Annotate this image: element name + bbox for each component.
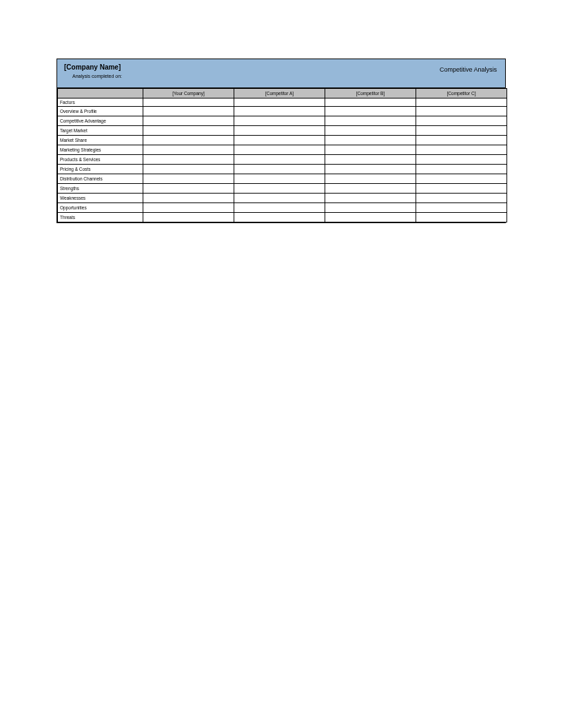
data-cell[interactable] xyxy=(234,213,325,222)
data-cell[interactable] xyxy=(416,107,507,116)
data-cell[interactable] xyxy=(325,136,416,145)
row-label: Factors xyxy=(58,98,143,107)
table-row: Opportunities xyxy=(58,203,507,213)
data-cell[interactable] xyxy=(416,165,507,174)
table-row: Threats xyxy=(58,213,507,222)
data-cell[interactable] xyxy=(325,155,416,165)
data-cell[interactable] xyxy=(416,155,507,165)
column-header-competitor-c: [Competitor C] xyxy=(416,89,507,98)
column-header-blank xyxy=(58,89,143,98)
table-row: Pricing & Costs xyxy=(58,165,507,174)
data-cell[interactable] xyxy=(325,203,416,213)
table-row: Target Market xyxy=(58,126,507,136)
row-label: Market Share xyxy=(58,136,143,145)
data-cell[interactable] xyxy=(416,116,507,126)
table-row: Distribution Channels xyxy=(58,174,507,184)
column-header-your-company: [Your Company] xyxy=(143,89,234,98)
table-row: Competitive Advantage xyxy=(58,116,507,126)
data-cell[interactable] xyxy=(143,116,234,126)
data-cell[interactable] xyxy=(325,126,416,136)
data-cell[interactable] xyxy=(416,194,507,203)
row-label: Weaknesses xyxy=(58,194,143,203)
table-row: Market Share xyxy=(58,136,507,145)
data-cell[interactable] xyxy=(416,136,507,145)
data-cell[interactable] xyxy=(325,213,416,222)
data-cell[interactable] xyxy=(416,184,507,194)
data-cell[interactable] xyxy=(416,126,507,136)
document-title: Competitive Analysis xyxy=(440,66,497,73)
table-body: FactorsOverview & ProfileCompetitive Adv… xyxy=(58,98,507,222)
column-header-competitor-b: [Competitor B] xyxy=(325,89,416,98)
table-row: Products & Services xyxy=(58,155,507,165)
row-label: Overview & Profile xyxy=(58,107,143,116)
data-cell[interactable] xyxy=(143,145,234,155)
data-cell[interactable] xyxy=(234,145,325,155)
table-row: Strengths xyxy=(58,184,507,194)
data-cell[interactable] xyxy=(234,194,325,203)
data-cell[interactable] xyxy=(234,136,325,145)
table-row: Factors xyxy=(58,98,507,107)
row-label: Target Market xyxy=(58,126,143,136)
row-label: Distribution Channels xyxy=(58,174,143,184)
data-cell[interactable] xyxy=(325,116,416,126)
row-label: Marketing Strategies xyxy=(58,145,143,155)
analysis-table: [Your Company] [Competitor A] [Competito… xyxy=(57,88,507,222)
data-cell[interactable] xyxy=(143,184,234,194)
analysis-date-label: Analysis completed on: xyxy=(72,74,498,79)
data-cell[interactable] xyxy=(234,98,325,107)
data-cell[interactable] xyxy=(325,184,416,194)
data-cell[interactable] xyxy=(325,145,416,155)
data-cell[interactable] xyxy=(325,174,416,184)
row-label: Pricing & Costs xyxy=(58,165,143,174)
data-cell[interactable] xyxy=(234,165,325,174)
competitive-analysis-document: [Company Name] Analysis completed on: Co… xyxy=(57,59,506,223)
data-cell[interactable] xyxy=(416,213,507,222)
data-cell[interactable] xyxy=(234,203,325,213)
data-cell[interactable] xyxy=(143,203,234,213)
data-cell[interactable] xyxy=(143,194,234,203)
row-label: Threats xyxy=(58,213,143,222)
column-header-competitor-a: [Competitor A] xyxy=(234,89,325,98)
data-cell[interactable] xyxy=(143,155,234,165)
data-cell[interactable] xyxy=(416,203,507,213)
company-name: [Company Name] xyxy=(64,63,498,71)
data-cell[interactable] xyxy=(234,116,325,126)
table-row: Marketing Strategies xyxy=(58,145,507,155)
data-cell[interactable] xyxy=(143,126,234,136)
table-row: Overview & Profile xyxy=(58,107,507,116)
data-cell[interactable] xyxy=(234,155,325,165)
data-cell[interactable] xyxy=(416,174,507,184)
data-cell[interactable] xyxy=(234,126,325,136)
data-cell[interactable] xyxy=(143,213,234,222)
table-header-row: [Your Company] [Competitor A] [Competito… xyxy=(58,89,507,98)
row-label: Strengths xyxy=(58,184,143,194)
data-cell[interactable] xyxy=(234,184,325,194)
data-cell[interactable] xyxy=(143,174,234,184)
data-cell[interactable] xyxy=(143,165,234,174)
data-cell[interactable] xyxy=(143,107,234,116)
document-header: [Company Name] Analysis completed on: Co… xyxy=(57,59,505,88)
data-cell[interactable] xyxy=(325,194,416,203)
table-row: Weaknesses xyxy=(58,194,507,203)
data-cell[interactable] xyxy=(234,174,325,184)
data-cell[interactable] xyxy=(325,165,416,174)
row-label: Competitive Advantage xyxy=(58,116,143,126)
row-label: Products & Services xyxy=(58,155,143,165)
data-cell[interactable] xyxy=(416,145,507,155)
data-cell[interactable] xyxy=(325,107,416,116)
data-cell[interactable] xyxy=(234,107,325,116)
data-cell[interactable] xyxy=(143,98,234,107)
data-cell[interactable] xyxy=(325,98,416,107)
data-cell[interactable] xyxy=(416,98,507,107)
row-label: Opportunities xyxy=(58,203,143,213)
data-cell[interactable] xyxy=(143,136,234,145)
